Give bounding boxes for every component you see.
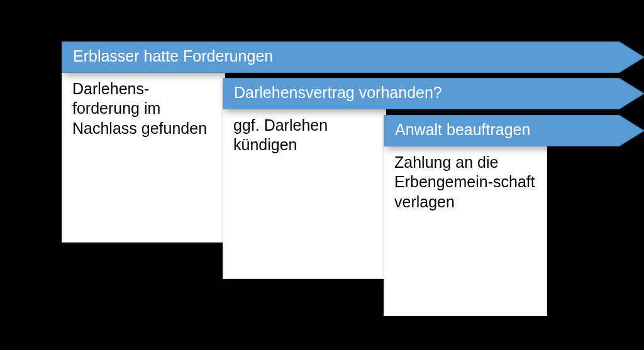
step-2-body-text: ggf. Darlehen kündigen: [233, 116, 328, 153]
stepped-process-diagram: Darlehens-forderung im Nachlass gefunden…: [0, 0, 644, 350]
step-1-title-text: Erblasser hatte Forderungen: [73, 47, 273, 65]
step-2-title: Darlehensvertrag vorhanden?: [234, 83, 442, 102]
step-1-content: Darlehens-forderung im Nachlass gefunden: [62, 70, 225, 243]
step-3-title-text: Anwalt beauftragen: [395, 121, 530, 138]
step-3-title: Anwalt beauftragen: [395, 120, 530, 139]
step-2-content: ggf. Darlehen kündigen: [223, 106, 386, 279]
step-2-title-text: Darlehensvertrag vorhanden?: [234, 84, 442, 101]
step-1-body-text: Darlehens-forderung im Nachlass gefunden: [72, 80, 207, 137]
step-1-title: Erblasser hatte Forderungen: [73, 46, 273, 65]
step-3-body-text: Zahlung an die Erbengemein-schaft verlag…: [394, 153, 535, 211]
step-3-content: Zahlung an die Erbengemein-schaft verlag…: [384, 143, 547, 316]
